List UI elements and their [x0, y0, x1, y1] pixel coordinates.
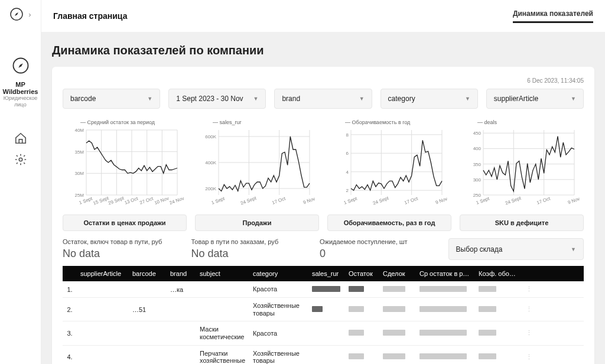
timestamp: 6 Dec 2023, 11:34:05: [63, 77, 584, 84]
chart-legend: — deals: [477, 119, 584, 125]
profile-block[interactable]: MP Wildberries Юридическое лицо: [0, 57, 41, 108]
tab-dynamics[interactable]: Динамика показателей: [513, 9, 593, 23]
svg-text:1 Sept: 1 Sept: [343, 196, 359, 206]
row-menu-icon[interactable]: ⋮: [522, 349, 529, 364]
svg-text:200K: 200K: [205, 186, 216, 191]
chart-button-1[interactable]: Продажи: [195, 214, 319, 231]
svg-text:35M: 35M: [74, 150, 84, 155]
svg-text:17 Oct: 17 Oct: [536, 196, 551, 206]
profile-name: MP Wildberries: [2, 81, 38, 95]
chevron-down-icon: ▼: [147, 96, 152, 102]
chart-button-0[interactable]: Остатки в ценах продажи: [63, 214, 187, 231]
breadcrumb[interactable]: Главная страница: [53, 11, 127, 21]
svg-text:24 Nov: 24 Nov: [169, 196, 185, 206]
gear-icon[interactable]: [14, 153, 27, 166]
main-card: 6 Dec 2023, 11:34:05 barcode▼ 1 Sept 202…: [52, 67, 594, 364]
svg-text:350: 350: [473, 162, 482, 167]
svg-text:10 Nov: 10 Nov: [154, 196, 170, 206]
filter-barcode[interactable]: barcode▼: [63, 89, 160, 109]
svg-text:400: 400: [473, 146, 482, 151]
svg-text:1 Sept: 1 Sept: [211, 196, 226, 206]
profile-subtitle: Юридическое лицо: [2, 95, 38, 108]
svg-point-2: [19, 158, 22, 161]
table-row[interactable]: 2. …51 Хозяйственные товары ⋮: [63, 298, 584, 321]
filter-supplier-article[interactable]: supplierArticle▼: [486, 89, 584, 109]
chart-legend: — sales_rur: [213, 119, 319, 125]
svg-text:4: 4: [346, 170, 349, 175]
chart-svg[interactable]: 2503003504004501 Sept24 Sept17 Oct9 Nov: [460, 126, 584, 209]
svg-text:30M: 30M: [74, 171, 84, 176]
filter-daterange[interactable]: 1 Sept 2023 - 30 Nov▼: [168, 89, 266, 109]
chart-button-2[interactable]: Оборачиваемость, раз в год: [327, 214, 451, 231]
chevron-right-icon[interactable]: ›: [28, 10, 31, 19]
svg-text:17 Oct: 17 Oct: [271, 196, 287, 206]
svg-text:25M: 25M: [74, 193, 84, 198]
svg-text:24 Sept: 24 Sept: [372, 195, 390, 206]
chart-button-3[interactable]: SKU в дефиците: [460, 214, 584, 231]
filter-brand[interactable]: brand▼: [274, 89, 372, 109]
chart-svg[interactable]: 24681 Sept24 Sept17 Oct9 Nov: [327, 126, 451, 209]
chart-svg[interactable]: 200K400K600K1 Sept24 Sept17 Oct9 Nov: [195, 126, 319, 209]
stat-stock-value: Остаток, включ товар в пути, рубNo data: [63, 238, 183, 260]
chart-1: — sales_rur 200K400K600K1 Sept24 Sept17 …: [195, 119, 319, 231]
svg-text:29 Sept: 29 Sept: [108, 195, 125, 206]
svg-text:27 Oct: 27 Oct: [139, 196, 154, 206]
data-table: supplierArticle barcode brand subject ca…: [63, 266, 584, 364]
svg-text:8: 8: [346, 132, 349, 138]
svg-text:24 Sept: 24 Sept: [505, 195, 522, 206]
table-row[interactable]: 4. Перчатки хозяйственные Хозяйственные …: [63, 346, 584, 364]
chart-3: — deals 2503003504004501 Sept24 Sept17 O…: [460, 119, 584, 231]
stat-in-transit: Товар в пути по заказам, рубNo data: [191, 238, 312, 260]
svg-text:24 Sept: 24 Sept: [240, 195, 258, 206]
svg-text:2: 2: [346, 188, 349, 193]
chevron-down-icon: ▼: [359, 96, 365, 102]
row-menu-icon[interactable]: ⋮: [522, 281, 529, 297]
chevron-down-icon: ▼: [571, 246, 576, 252]
row-menu-icon[interactable]: ⋮: [522, 325, 529, 341]
chevron-down-icon: ▼: [571, 96, 576, 102]
svg-text:9 Nov: 9 Nov: [435, 196, 448, 206]
chart-svg[interactable]: 25M30M35M40M1 Sept15 Sept29 Sept13 Oct27…: [63, 126, 187, 209]
svg-text:40M: 40M: [74, 128, 84, 133]
table-row[interactable]: 3. Маски косметические Красота ⋮: [63, 321, 584, 345]
chevron-down-icon: ▼: [253, 96, 258, 102]
sidebar: › MP Wildberries Юридическое лицо: [0, 0, 41, 364]
compass-icon: [9, 7, 24, 21]
compass-icon: [12, 57, 30, 74]
svg-text:250: 250: [473, 193, 482, 198]
chart-legend: — Оборачиваемость в год: [345, 119, 451, 125]
chart-legend: — Средний остаток за период: [80, 119, 187, 125]
stat-expected: Ожидаемое поступление, шт0: [320, 238, 440, 260]
svg-text:6: 6: [346, 151, 349, 156]
svg-text:600K: 600K: [205, 134, 216, 139]
svg-text:9 Nov: 9 Nov: [302, 196, 316, 206]
chart-2: — Оборачиваемость в год 24681 Sept24 Sep…: [327, 119, 451, 231]
chevron-down-icon: ▼: [465, 96, 470, 102]
svg-text:450: 450: [473, 131, 482, 136]
page-title: Динамика показателей по компании: [52, 44, 594, 57]
table-header: supplierArticle barcode brand subject ca…: [63, 266, 584, 281]
filter-category[interactable]: category▼: [380, 89, 478, 109]
topbar: Главная страница Динамика показателей: [41, 0, 605, 32]
svg-text:13 Oct: 13 Oct: [124, 196, 139, 206]
row-menu-icon[interactable]: ⋮: [522, 301, 529, 317]
svg-text:400K: 400K: [205, 160, 216, 165]
chart-0: — Средний остаток за период 25M30M35M40M…: [63, 119, 187, 231]
svg-text:17 Oct: 17 Oct: [404, 196, 419, 206]
table-row[interactable]: 1. …ка Красота ⋮: [63, 281, 584, 298]
warehouse-select[interactable]: Выбор склада▼: [448, 238, 584, 260]
home-icon[interactable]: [14, 132, 27, 145]
svg-text:300: 300: [473, 177, 482, 183]
svg-text:9 Nov: 9 Nov: [567, 196, 581, 206]
